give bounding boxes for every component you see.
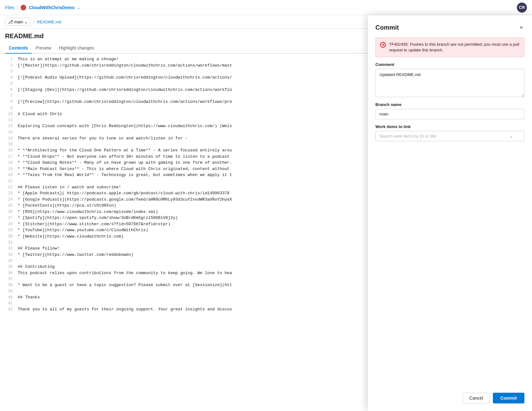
avatar: CR (517, 3, 527, 13)
main-layout: ⎇ main ⌄ / README.md README.md Contents … (0, 15, 532, 411)
tab-highlight-changes[interactable]: Highlight changes (55, 43, 98, 54)
tab-contents[interactable]: Contents (5, 43, 32, 54)
repo-chevron-icon[interactable]: ⌄ (77, 5, 80, 10)
comment-field-group: Comment Updated README.md (375, 62, 524, 97)
files-link[interactable]: Files (5, 5, 15, 10)
comment-textarea[interactable]: Updated README.md (375, 69, 524, 97)
modal-header: Commit × (375, 23, 524, 32)
chevron-down-icon: ⌄ (510, 134, 513, 138)
branch-selector[interactable]: ⎇ main ⌄ (5, 18, 31, 26)
commit-modal: Commit × ✕ TF402455: Pushes to this bran… (368, 15, 532, 411)
close-icon: × (519, 24, 523, 31)
work-items-field-group: Work items to link Search work items by … (375, 124, 524, 141)
work-items-label: Work items to link (375, 124, 524, 129)
modal-close-button[interactable]: × (518, 23, 524, 32)
work-items-dropdown[interactable]: Search work items by ID or title ⌄ (375, 131, 524, 141)
error-text: TF402455: Pushes to this branch are not … (389, 42, 520, 53)
error-banner: ✕ TF402455: Pushes to this branch are no… (375, 38, 524, 57)
branch-name-input[interactable] (375, 109, 524, 119)
repo-icon (21, 5, 26, 10)
modal-overlay: Commit × ✕ TF402455: Pushes to this bran… (368, 15, 532, 411)
branch-name-label: Branch name (375, 102, 524, 107)
modal-title: Commit (375, 24, 399, 31)
top-nav: Files / CloudWithChrisDemo ⌄ CR (0, 0, 532, 15)
modal-footer: Cancel Commit (375, 393, 524, 403)
comment-label: Comment (375, 62, 524, 67)
repo-name[interactable]: CloudWithChrisDemo (29, 5, 75, 10)
work-items-select-wrapper: Search work items by ID or title ⌄ (375, 131, 524, 141)
branch-name: main (14, 20, 23, 24)
work-items-placeholder: Search work items by ID or title (380, 134, 436, 138)
breadcrumb: Files / CloudWithChrisDemo ⌄ (5, 5, 80, 10)
tab-preview[interactable]: Preview (32, 43, 55, 54)
error-icon: ✕ (380, 42, 386, 48)
path-filename[interactable]: README.md (37, 20, 61, 24)
branch-icon: ⎇ (8, 19, 13, 24)
nav-sep1: / (17, 5, 18, 10)
commit-button[interactable]: Commit (493, 393, 524, 403)
branch-name-field-group: Branch name (375, 102, 524, 119)
path-sep1: / (33, 20, 34, 24)
branch-chevron-icon: ⌄ (24, 20, 28, 24)
cancel-button[interactable]: Cancel (463, 393, 490, 403)
